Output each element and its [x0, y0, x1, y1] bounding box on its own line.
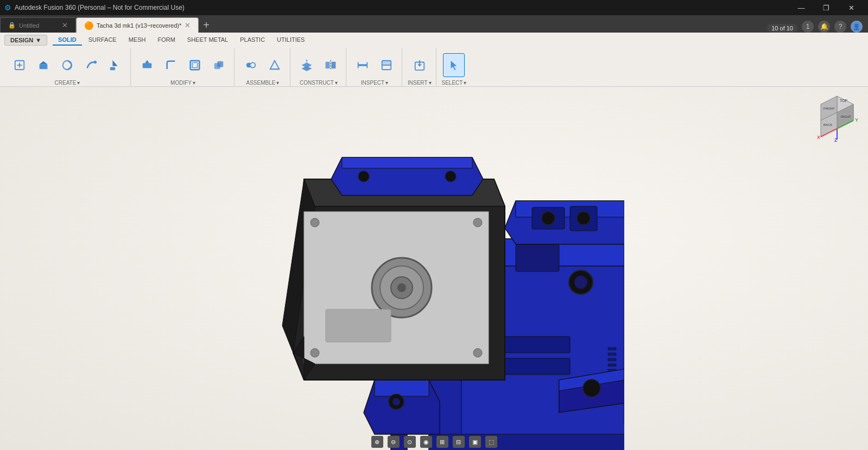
app-icon: ⚙	[4, 3, 11, 12]
help-icon[interactable]: ?	[834, 21, 846, 33]
select-button[interactable]	[443, 53, 465, 77]
viewcube[interactable]: Z X Y TOP FRONT RIGHT BACK	[813, 93, 861, 142]
svg-rect-11	[191, 60, 200, 69]
tab-form[interactable]: FORM	[152, 35, 180, 46]
bottom-toolbar: ⊕ ⊖ ⊙ ◉ ⊞ ⊟ ▣ ⬚	[371, 436, 497, 448]
svg-point-73	[542, 212, 555, 225]
tab-info-area: 1 🔔 ? 👤	[802, 21, 868, 33]
svg-point-96	[311, 348, 319, 357]
insert-group: INSERT ▾	[403, 48, 436, 87]
svg-marker-35	[417, 64, 421, 67]
title-bar: ⚙ Autodesk Fusion 360 (Personal – Not fo…	[0, 0, 868, 15]
svg-rect-60	[608, 347, 616, 350]
insert-label: INSERT ▾	[408, 80, 432, 87]
top-label: TOP	[840, 99, 848, 103]
maximize-button[interactable]: ❐	[814, 0, 839, 15]
svg-point-5	[63, 60, 72, 69]
extrude-button[interactable]	[33, 53, 54, 77]
zoom-in-icon[interactable]: ⊕	[371, 436, 383, 448]
midplane-button[interactable]	[320, 53, 341, 77]
stepper-motor	[282, 179, 505, 380]
design-mode-button[interactable]: DESIGN ▼	[4, 35, 47, 46]
tab-untitled-close[interactable]: ✕	[62, 21, 68, 29]
svg-point-85	[583, 379, 600, 397]
tab-mesh[interactable]: MESH	[123, 35, 151, 46]
section-analysis-button[interactable]	[376, 53, 397, 77]
close-button[interactable]: ✕	[839, 0, 864, 15]
rigid-group-button[interactable]	[264, 53, 286, 77]
svg-marker-18	[270, 60, 280, 69]
insert-mesh-button[interactable]	[409, 53, 430, 77]
assemble-group: ASSEMBLE ▾	[236, 48, 290, 87]
window-controls: — ❐ ✕	[789, 0, 864, 15]
right-label: RIGHT	[841, 115, 851, 118]
notification-icon[interactable]: 1	[802, 21, 814, 33]
svg-point-57	[574, 276, 587, 289]
offset-plane-button[interactable]	[296, 53, 318, 77]
new-component-button[interactable]	[9, 53, 30, 77]
measure-button[interactable]	[352, 53, 373, 77]
svg-point-103	[358, 171, 369, 182]
tab-utilities[interactable]: UTILITIES	[271, 35, 310, 46]
assemble-icons	[240, 48, 286, 80]
svg-rect-26	[332, 61, 336, 68]
tab-solid[interactable]: SOLID	[53, 35, 82, 46]
svg-point-80	[392, 398, 400, 405]
svg-rect-7	[110, 67, 115, 70]
add-tab-button[interactable]: +	[199, 17, 214, 33]
svg-marker-23	[306, 59, 307, 61]
fit-view-icon[interactable]: ⊙	[404, 436, 416, 448]
fillet-button[interactable]	[160, 53, 182, 77]
tab-tacha-close[interactable]: ✕	[185, 21, 191, 29]
tab-surface[interactable]: SURFACE	[83, 35, 122, 46]
viewport[interactable]: Z X Y TOP FRONT RIGHT BACK ⊕ ⊖ ⊙ ◉ ⊞ ⊟ ▣…	[0, 87, 868, 450]
shading-icon[interactable]: ▣	[469, 436, 481, 448]
combine-button[interactable]	[208, 53, 230, 77]
tab-tacha[interactable]: 🟠 Tacha 3d mk1 (v13~recovered)* ✕	[76, 17, 199, 33]
wireframe-icon[interactable]: ⬚	[485, 436, 497, 448]
upper-arm	[331, 157, 483, 195]
sweep-button[interactable]	[80, 53, 102, 77]
svg-marker-36	[451, 60, 457, 69]
press-pull-button[interactable]	[136, 53, 158, 77]
svg-rect-62	[608, 358, 616, 361]
svg-rect-9	[143, 63, 152, 68]
hide-grid-icon[interactable]: ⊟	[453, 436, 465, 448]
fillet-icon	[165, 59, 177, 71]
zoom-out-icon[interactable]: ⊖	[388, 436, 400, 448]
tab-counter: 10 of 10	[767, 24, 797, 33]
construct-group: CONSTRUCT ▾	[292, 48, 346, 87]
tab-plastic[interactable]: PLASTIC	[235, 35, 270, 46]
sweep-icon	[85, 59, 97, 71]
main-area: 🔒 Untitled ✕ 🟠 Tacha 3d mk1 (v13~recover…	[0, 15, 868, 450]
measure-icon	[357, 59, 369, 71]
revolve-button[interactable]	[56, 53, 78, 77]
tab-untitled-label: Untitled	[19, 22, 39, 29]
inspect-label: INSPECT ▾	[361, 80, 388, 87]
grid-icon[interactable]: ⊞	[436, 436, 448, 448]
toolbar: DESIGN ▼ SOLID SURFACE MESH FORM SHEET M…	[0, 33, 868, 87]
orbit-icon[interactable]: ◉	[420, 436, 432, 448]
select-label: SELECT ▾	[442, 80, 467, 87]
revolve-icon	[61, 59, 73, 71]
modify-label: MODIFY ▾	[170, 80, 195, 87]
joint-button[interactable]	[240, 53, 262, 77]
tab-sheetmetal[interactable]: SHEET METAL	[182, 35, 233, 46]
lock-icon: 🔒	[8, 22, 16, 29]
user-avatar[interactable]: 👤	[851, 21, 863, 33]
shell-button[interactable]	[184, 53, 206, 77]
loft-button[interactable]	[104, 53, 126, 77]
loft-icon	[109, 59, 121, 71]
svg-marker-78	[375, 380, 429, 396]
svg-marker-10	[145, 60, 149, 63]
notification-bell[interactable]: 🔔	[818, 21, 830, 33]
modify-icons	[136, 48, 230, 80]
model-area	[0, 87, 868, 450]
svg-rect-14	[217, 61, 223, 67]
minimize-button[interactable]: —	[789, 0, 814, 15]
svg-rect-98	[326, 309, 391, 342]
section-analysis-icon	[381, 59, 392, 71]
app-title: Autodesk Fusion 360 (Personal – Not for …	[15, 4, 185, 11]
joint-icon	[245, 59, 257, 71]
tab-untitled[interactable]: 🔒 Untitled ✕	[0, 17, 76, 33]
